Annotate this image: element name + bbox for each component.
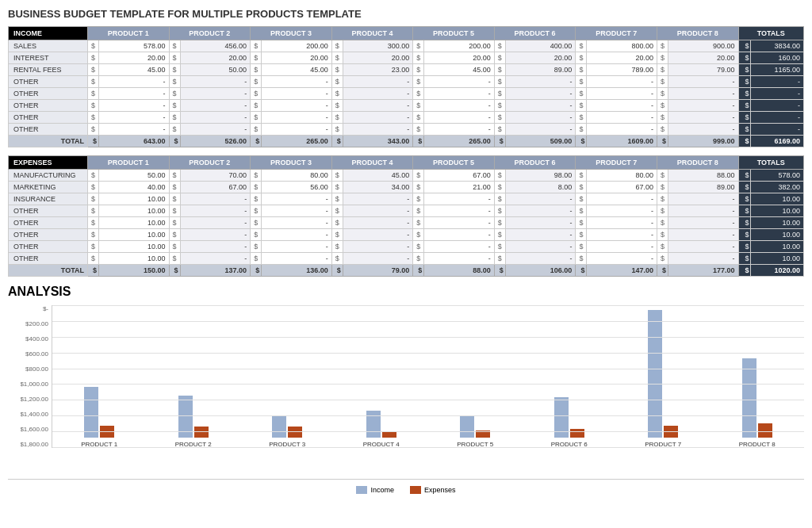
product-group: PRODUCT 8	[710, 295, 805, 448]
exp-product2-header: PRODUCT 2	[169, 156, 251, 170]
legend-expenses-label: Expenses	[424, 486, 456, 494]
table-row: OTHER$10.00$-$-$-$-$-$-$-$10.00	[9, 229, 804, 241]
exp-product7-header: PRODUCT 7	[576, 156, 657, 170]
chart-container: $1,800.00$1,600.00$1,400.00$1,200.00$1,0…	[8, 305, 804, 480]
legend-income: Income	[356, 486, 394, 494]
income-product7-header: PRODUCT 7	[576, 27, 657, 40]
y-axis-label: $1,600.00	[8, 426, 52, 433]
analysis-section: ANALYSIS $1,800.00$1,600.00$1,400.00$1,2…	[8, 285, 804, 494]
expense-bar	[288, 427, 302, 438]
expense-bar	[476, 430, 490, 438]
table-row: OTHER$-$-$-$-$-$-$-$-$-	[9, 100, 804, 112]
income-bar	[272, 416, 286, 438]
y-axis: $1,800.00$1,600.00$1,400.00$1,200.00$1,0…	[8, 305, 52, 448]
income-product4-header: PRODUCT 4	[331, 27, 413, 40]
expense-bar	[570, 429, 584, 438]
bars-row	[366, 295, 396, 438]
product-label: PRODUCT 1	[81, 441, 117, 448]
product-label: PRODUCT 3	[269, 441, 305, 448]
table-row: OTHER$-$-$-$-$-$-$-$-$-	[9, 112, 804, 124]
income-bar	[742, 358, 756, 438]
table-row: SALES$578.00$456.00$200.00$300.00$200.00…	[9, 40, 804, 52]
income-bar	[554, 397, 569, 438]
page-title: BUSINESS BUDGET TEMPLATE FOR MULTIPLE PR…	[8, 8, 804, 20]
bars-row	[460, 295, 490, 438]
bars-row	[178, 295, 209, 438]
exp-product4-header: PRODUCT 4	[331, 156, 413, 170]
y-axis-label: $800.00	[8, 365, 52, 373]
product-group: PRODUCT 4	[335, 295, 429, 448]
income-totals-header: TOTALS	[738, 27, 804, 40]
bars-row	[84, 295, 114, 438]
income-product1-header: PRODUCT 1	[88, 27, 170, 40]
y-axis-label: $1,400.00	[8, 411, 52, 418]
chart-bars: PRODUCT 1PRODUCT 2PRODUCT 3PRODUCT 4PROD…	[52, 305, 804, 448]
product-group: PRODUCT 2	[147, 295, 241, 448]
product-label: PRODUCT 8	[739, 441, 776, 448]
table-row: MANUFACTURING$50.00$70.00$80.00$45.00$67…	[9, 170, 804, 182]
product-group: PRODUCT 3	[240, 295, 335, 448]
bars-row	[272, 295, 302, 438]
product-label: PRODUCT 6	[551, 441, 588, 448]
table-row: OTHER$10.00$-$-$-$-$-$-$-$10.00	[9, 241, 804, 253]
product-label: PRODUCT 4	[363, 441, 400, 448]
table-row: RENTAL FEES$45.00$50.00$45.00$23.00$45.0…	[9, 64, 804, 76]
product-group: PRODUCT 7	[616, 295, 710, 448]
expense-bar	[664, 426, 678, 438]
expense-bar	[194, 427, 209, 438]
income-product3-header: PRODUCT 3	[251, 27, 332, 40]
exp-product6-header: PRODUCT 6	[494, 156, 576, 170]
table-row: MARKETING$40.00$67.00$56.00$34.00$21.00$…	[9, 182, 804, 193]
income-bar	[178, 396, 193, 438]
y-axis-label: $1,800.00	[8, 441, 52, 448]
expense-bar	[382, 431, 396, 438]
table-row: OTHER$10.00$-$-$-$-$-$-$-$10.00	[9, 217, 804, 229]
exp-product1-header: PRODUCT 1	[88, 156, 170, 170]
income-bar	[366, 411, 381, 438]
legend-income-color	[356, 486, 367, 494]
income-product8-header: PRODUCT 8	[657, 27, 738, 40]
legend-income-label: Income	[370, 486, 394, 494]
product-label: PRODUCT 5	[457, 441, 493, 448]
table-row: OTHER$10.00$-$-$-$-$-$-$-$10.00	[9, 253, 804, 265]
y-axis-label: $200.00	[8, 320, 52, 327]
y-axis-label: $-	[8, 305, 52, 312]
expenses-table: EXPENSES PRODUCT 1 PRODUCT 2 PRODUCT 3 P…	[8, 155, 804, 277]
table-row: OTHER$-$-$-$-$-$-$-$-$-	[9, 76, 804, 88]
product-label: PRODUCT 7	[645, 441, 681, 448]
bars-row	[742, 295, 772, 438]
bars-row	[648, 295, 678, 438]
income-bar	[460, 416, 474, 438]
exp-product5-header: PRODUCT 5	[413, 156, 495, 170]
expense-bar	[758, 423, 772, 438]
y-axis-label: $400.00	[8, 335, 52, 342]
expense-bar	[100, 426, 114, 438]
product-group: PRODUCT 5	[428, 295, 523, 448]
income-bar	[84, 387, 98, 438]
y-axis-label: $600.00	[8, 350, 52, 358]
total-row: TOTAL$150.00$137.00$136.00$79.00$88.00$1…	[9, 265, 804, 277]
income-product2-header: PRODUCT 2	[169, 27, 251, 40]
exp-product3-header: PRODUCT 3	[251, 156, 332, 170]
product-group: PRODUCT 1	[52, 295, 147, 448]
legend-expenses-color	[410, 486, 421, 494]
income-bar	[648, 310, 662, 438]
bars-row	[554, 295, 584, 438]
chart-legend: Income Expenses	[8, 486, 804, 494]
total-row: TOTAL$643.00$526.00$265.00$343.00$265.00…	[9, 136, 804, 147]
product-label: PRODUCT 2	[175, 441, 212, 448]
table-row: INSURANCE$10.00$-$-$-$-$-$-$-$10.00	[9, 193, 804, 205]
table-row: OTHER$-$-$-$-$-$-$-$-$-	[9, 124, 804, 136]
y-axis-label: $1,000.00	[8, 381, 52, 388]
table-row: INTEREST$20.00$20.00$20.00$20.00$20.00$2…	[9, 52, 804, 64]
legend-expenses: Expenses	[410, 486, 456, 494]
income-header: INCOME	[9, 27, 88, 40]
table-row: OTHER$-$-$-$-$-$-$-$-$-	[9, 88, 804, 100]
y-axis-label: $1,200.00	[8, 396, 52, 403]
table-row: OTHER$10.00$-$-$-$-$-$-$-$10.00	[9, 205, 804, 217]
income-table: INCOME PRODUCT 1 PRODUCT 2 PRODUCT 3 PRO…	[8, 26, 804, 147]
income-product5-header: PRODUCT 5	[413, 27, 495, 40]
income-product6-header: PRODUCT 6	[494, 27, 576, 40]
exp-product8-header: PRODUCT 8	[657, 156, 738, 170]
product-group: PRODUCT 6	[523, 295, 617, 448]
